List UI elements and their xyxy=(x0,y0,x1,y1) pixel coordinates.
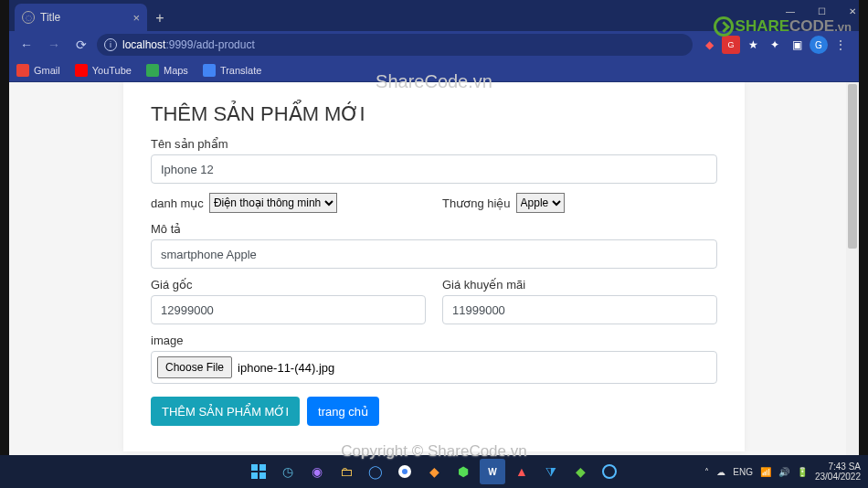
orig-price-input[interactable] xyxy=(151,295,426,324)
tb-explorer[interactable]: 🗀 xyxy=(333,459,359,484)
tb-app-2[interactable]: ◉ xyxy=(304,459,330,484)
ext-icon-3[interactable]: ★ xyxy=(744,36,762,54)
reload-button[interactable]: ⟳ xyxy=(69,33,93,57)
tray-chevron-icon[interactable]: ˄ xyxy=(704,467,709,477)
tb-vscode[interactable]: ⧩ xyxy=(538,459,564,484)
image-label: image xyxy=(151,334,717,347)
gmail-icon xyxy=(16,64,29,77)
tab-title: Title xyxy=(40,11,60,24)
scrollbar-thumb[interactable] xyxy=(848,84,857,249)
page-viewport: THÊM SẢN PHẨM MỚI Tên sản phẩm danh mục … xyxy=(9,82,859,455)
tb-app-5[interactable]: ▲ xyxy=(509,459,535,484)
file-name: iphone-11-(44).jpg xyxy=(238,361,334,375)
svg-rect-1 xyxy=(259,464,266,471)
category-label: danh mục xyxy=(151,196,204,210)
svg-point-6 xyxy=(603,465,616,478)
brand-select[interactable]: Apple xyxy=(516,193,565,213)
category-select[interactable]: Điện thoại thông minh xyxy=(209,193,337,213)
bookmark-maps[interactable]: Maps xyxy=(146,64,188,77)
tray-battery-icon[interactable]: 🔋 xyxy=(797,467,808,477)
logo-icon xyxy=(714,16,734,37)
tb-app-7[interactable] xyxy=(597,459,622,484)
tray-lang[interactable]: ENG xyxy=(733,467,753,477)
sharecode-logo: SHARECODE.vn xyxy=(714,16,852,37)
translate-icon xyxy=(203,64,216,77)
tb-app-1[interactable]: ◷ xyxy=(275,459,301,484)
ext-icon-2[interactable]: G xyxy=(722,36,740,54)
profile-icon[interactable]: G xyxy=(810,36,828,54)
svg-rect-0 xyxy=(251,464,258,471)
promo-price-input[interactable] xyxy=(442,295,717,324)
svg-point-5 xyxy=(402,469,408,474)
bookmark-translate[interactable]: Translate xyxy=(203,64,261,77)
bookmark-youtube[interactable]: YouTube xyxy=(75,64,132,77)
name-input[interactable] xyxy=(151,154,717,184)
desc-input[interactable] xyxy=(151,239,717,269)
new-tab-button[interactable]: + xyxy=(147,5,173,31)
url-bar[interactable]: i localhost:9999/add-product xyxy=(97,34,693,56)
form-card: THÊM SẢN PHẨM MỚI Tên sản phẩm danh mục … xyxy=(123,82,745,451)
brand-label: Thương hiệu xyxy=(442,196,511,210)
tb-app-6[interactable]: ◆ xyxy=(567,459,593,484)
start-icon[interactable] xyxy=(246,459,271,484)
taskbar-center: ◷ ◉ 🗀 ◯ ◆ ⬢ W ▲ ⧩ ◆ xyxy=(246,459,622,484)
scrollbar[interactable] xyxy=(846,82,859,455)
ext-icon-4[interactable]: ▣ xyxy=(788,36,806,54)
promo-price-label: Giá khuyến mãi xyxy=(442,278,717,292)
tb-word[interactable]: W xyxy=(480,459,505,484)
system-tray: ˄ ☁ ENG 📶 🔊 🔋 7:43 SA 23/04/2022 xyxy=(704,461,861,482)
bookmark-gmail[interactable]: Gmail xyxy=(16,64,60,77)
tray-cloud-icon[interactable]: ☁ xyxy=(716,467,725,477)
tray-volume-icon[interactable]: 🔊 xyxy=(778,467,789,477)
youtube-icon xyxy=(75,64,88,77)
home-button[interactable]: trang chủ xyxy=(307,397,379,426)
url-host: localhost xyxy=(122,38,165,51)
svg-rect-2 xyxy=(251,472,258,479)
submit-button[interactable]: THÊM SẢN PHẨM MỚI xyxy=(151,397,300,426)
extensions: ◆ G ★ ✦ ▣ G ⋮ xyxy=(696,36,853,54)
file-input[interactable]: Choose File iphone-11-(44).jpg xyxy=(151,351,717,384)
tb-chrome[interactable] xyxy=(392,459,418,484)
globe-icon: ◌ xyxy=(22,11,35,24)
close-tab-icon[interactable]: × xyxy=(132,11,140,25)
choose-file-button[interactable]: Choose File xyxy=(157,356,232,378)
svg-rect-3 xyxy=(259,472,266,479)
browser-tab[interactable]: ◌ Title × xyxy=(15,4,147,31)
menu-icon[interactable]: ⋮ xyxy=(831,36,850,54)
taskbar: ◷ ◉ 🗀 ◯ ◆ ⬢ W ▲ ⧩ ◆ ˄ ☁ ENG 📶 🔊 🔋 7:43 S… xyxy=(0,455,868,488)
site-info-icon[interactable]: i xyxy=(104,38,117,51)
name-label: Tên sản phẩm xyxy=(151,137,717,151)
forward-button[interactable]: → xyxy=(42,33,66,57)
tb-app-3[interactable]: ◆ xyxy=(421,459,447,484)
ext-icon-1[interactable]: ◆ xyxy=(700,36,718,54)
bookmarks-bar: Gmail YouTube Maps Translate xyxy=(9,58,859,82)
tb-cortana[interactable]: ◯ xyxy=(363,459,388,484)
back-button[interactable]: ← xyxy=(15,33,38,57)
extensions-icon[interactable]: ✦ xyxy=(766,36,784,54)
orig-price-label: Giá gốc xyxy=(151,278,426,292)
maps-icon xyxy=(146,64,159,77)
tray-wifi-icon[interactable]: 📶 xyxy=(760,467,771,477)
tb-app-4[interactable]: ⬢ xyxy=(450,459,476,484)
page-title: THÊM SẢN PHẨM MỚI xyxy=(151,102,717,126)
browser-window: ◌ Title × + ← → ⟳ i localhost:9999/add-p… xyxy=(9,0,859,455)
url-path: :9999/add-product xyxy=(165,38,254,51)
tray-datetime[interactable]: 7:43 SA 23/04/2022 xyxy=(815,461,861,482)
desc-label: Mô tả xyxy=(151,222,717,236)
